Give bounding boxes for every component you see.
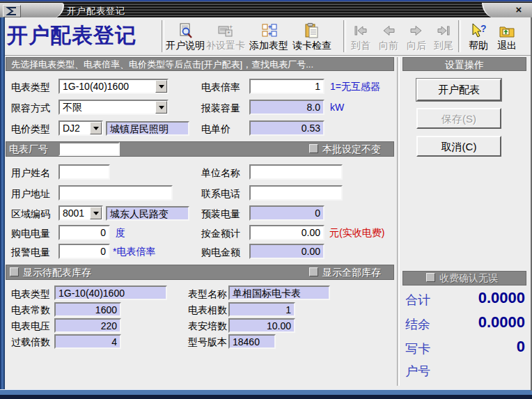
- window-left-edge: [0, 17, 5, 391]
- batch-fixed-label: 本批设定不变: [322, 143, 381, 156]
- inv-overload-field: 4: [54, 334, 121, 349]
- batch-fixed-checkbox[interactable]: [309, 144, 318, 153]
- toolbar: 开户配表登记 开户说明 *: [0, 17, 532, 56]
- next-record-button: 向后: [402, 20, 430, 54]
- inv-const-field: 1600: [54, 302, 121, 317]
- inv-name-label: 表型名称: [188, 288, 227, 301]
- first-record-button: 到首: [347, 20, 375, 54]
- unit-price-field: 0.53: [249, 120, 324, 136]
- meter-ratio-label: 电表倍率: [201, 81, 240, 94]
- fee-confirm-label: 收费确认无误: [439, 272, 498, 285]
- inv-volt-label: 电表电压: [11, 320, 50, 333]
- buy-amount-label: 购电金额: [201, 247, 240, 259]
- inv-type-label: 电表类型: [11, 288, 50, 301]
- alarm-qty-hint: *电表倍率: [113, 246, 155, 258]
- toolbar-separator: [162, 20, 164, 52]
- chevron-down-icon[interactable]: [90, 122, 102, 134]
- by-amount-input[interactable]: [249, 225, 324, 240]
- last-record-button: 到尾: [430, 20, 457, 54]
- by-amount-label: 按金额计: [201, 228, 240, 240]
- exit-button[interactable]: 退出: [492, 20, 522, 54]
- toolbar-separator: [343, 20, 346, 52]
- help-icon: ?: [464, 20, 493, 38]
- region-code-combobox[interactable]: 8001: [58, 205, 103, 221]
- window-bottom-edge-dark: [0, 395, 532, 399]
- inv-phase-label: 电表相数: [188, 304, 227, 317]
- stock-all-checkbox[interactable]: [309, 267, 318, 276]
- save-button: 保存(S): [416, 108, 501, 129]
- region-desc-field: 城东人民路变: [106, 206, 189, 221]
- chevron-down-icon[interactable]: [155, 101, 167, 114]
- inv-overload-label: 过载倍数: [11, 336, 50, 349]
- open-account-assign-button[interactable]: 开户配表: [416, 79, 501, 101]
- inv-amp-label: 表安培数: [188, 320, 227, 333]
- buy-qty-input[interactable]: [58, 225, 110, 240]
- svg-text:+: +: [229, 24, 233, 31]
- limit-mode-combobox[interactable]: 不限: [58, 100, 169, 115]
- buy-qty-unit: 度: [116, 227, 125, 240]
- buy-qty-label: 购电电量: [11, 228, 50, 240]
- preload-qty-label: 预装电量: [201, 208, 240, 221]
- limit-mode-label: 限容方式: [11, 102, 50, 115]
- prev-record-icon: [375, 20, 402, 38]
- alarm-qty-label: 报警电量: [11, 247, 50, 259]
- factory-no-label: 电表厂号: [9, 143, 48, 156]
- meter-ratio-hint: 1=无互感器: [330, 81, 380, 93]
- write-card-value: 0: [418, 338, 525, 356]
- phone-input[interactable]: [249, 185, 343, 201]
- open-account-help-button[interactable]: 开户说明: [165, 20, 205, 54]
- stock-all-label: 显示全部库存: [322, 267, 381, 279]
- app-window: 开户配表登记 × 开户配表登记 开户说明: [0, 0, 532, 399]
- stock-pending-checkbox[interactable]: [10, 267, 19, 276]
- org-name-input[interactable]: [249, 164, 343, 180]
- phone-label: 联系电话: [201, 188, 240, 201]
- title-bar: 开户配表登记 ×: [0, 0, 532, 17]
- capacity-field: 8.0: [249, 100, 324, 115]
- address-input[interactable]: [58, 185, 173, 201]
- price-type-combobox[interactable]: DJ2: [58, 120, 103, 136]
- account-no-label: 户号: [405, 363, 430, 380]
- chevron-down-icon[interactable]: [90, 207, 102, 219]
- price-type-desc-field: 城镇居民照明: [106, 121, 189, 136]
- chevron-down-icon[interactable]: [155, 80, 167, 93]
- first-record-icon: [347, 20, 375, 38]
- meter-ratio-input[interactable]: [249, 79, 324, 94]
- inv-name-field: 单相国标电卡表: [228, 285, 330, 300]
- meter-type-label: 电表类型: [11, 81, 50, 94]
- address-label: 用户地址: [11, 188, 50, 201]
- inv-volt-field: 220: [54, 318, 121, 333]
- window-title: 开户配表登记: [67, 5, 125, 17]
- prev-record-button: 向前: [375, 20, 402, 54]
- total-value: 0.0000: [418, 289, 525, 307]
- org-name-label: 单位名称: [201, 167, 240, 180]
- actions-panel-header: 设置操作: [402, 57, 526, 71]
- inv-version-field: 18460: [228, 334, 276, 349]
- instruction-banner: 先选择电表类型、电表倍率、电价类型等后点击[开户配表]，查找电表厂号...: [6, 57, 394, 71]
- buy-amount-field: 0.00: [249, 244, 324, 259]
- fee-confirm-checkbox[interactable]: [426, 273, 435, 282]
- cancel-button[interactable]: 取消(C): [416, 136, 501, 157]
- help-button[interactable]: ? 帮助: [464, 20, 493, 54]
- close-icon[interactable]: ×: [513, 4, 525, 16]
- system-menu-icon[interactable]: [3, 5, 21, 17]
- exit-icon: [492, 20, 522, 38]
- svg-text:+: +: [268, 31, 272, 38]
- add-meter-type-button[interactable]: + + 添加表型: [249, 20, 289, 54]
- clipboard-icon: [292, 20, 332, 38]
- meter-type-combobox[interactable]: 1G-10(40)1600: [58, 79, 169, 94]
- stock-pending-label: 显示待配表库存: [23, 267, 91, 279]
- region-code-label: 区域编码: [11, 208, 50, 221]
- factory-no-input[interactable]: [58, 142, 120, 156]
- balance-value: 0.0000: [418, 313, 525, 331]
- last-record-icon: [430, 20, 457, 38]
- panel-divider: [397, 57, 400, 386]
- capacity-label: 报装容量: [201, 102, 240, 115]
- inv-version-label: 型号版本: [188, 336, 227, 349]
- user-name-input[interactable]: [58, 164, 110, 180]
- next-record-icon: [402, 20, 430, 38]
- price-type-label: 电价类型: [11, 123, 50, 136]
- inv-const-label: 电表常数: [11, 304, 50, 317]
- doc-magnifier-icon: [165, 20, 205, 38]
- alarm-qty-input[interactable]: [58, 244, 110, 259]
- read-card-check-button[interactable]: 读卡检查: [292, 20, 332, 54]
